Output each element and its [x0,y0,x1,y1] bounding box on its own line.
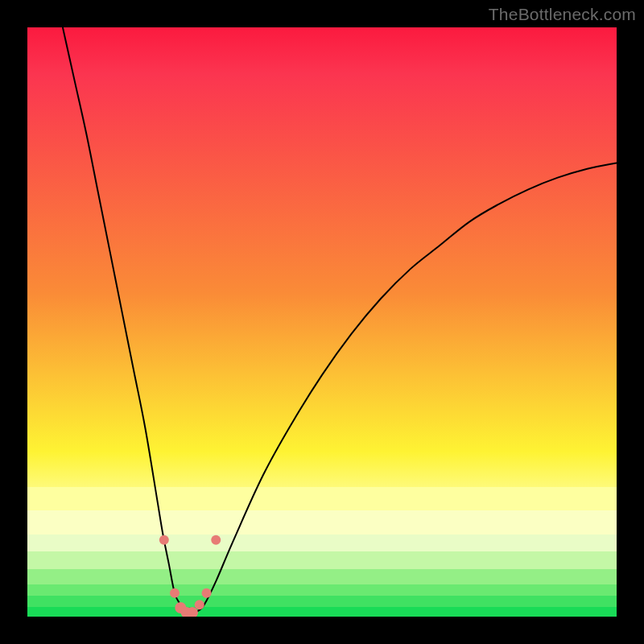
plot-area [27,27,617,617]
curve-marker [170,588,180,598]
bottleneck-curve [63,27,617,614]
curve-marker [195,600,204,609]
curve-layer [27,27,617,617]
curve-marker [202,588,212,598]
curve-marker [211,535,221,545]
attribution-text: TheBottleneck.com [489,5,636,24]
curve-markers [159,535,221,617]
curve-marker [159,535,169,545]
chart-stage: TheBottleneck.com [0,0,644,644]
